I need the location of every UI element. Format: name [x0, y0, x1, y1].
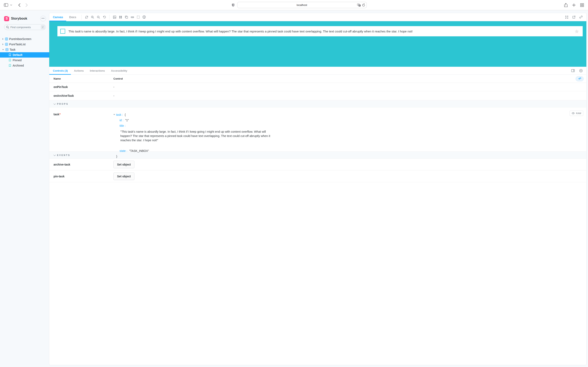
object-key[interactable]: title : [119, 124, 126, 127]
privacy-shield-icon[interactable] [232, 3, 235, 7]
back-button[interactable] [16, 2, 22, 8]
sidebar-item-default[interactable]: Default [0, 52, 49, 58]
title-value-text[interactable]: "This task's name is absurdly large. In … [120, 130, 275, 142]
arg-control-value: - [113, 85, 114, 89]
task-item: This task's name is absurdly large. In f… [57, 26, 294, 36]
arg-row-onarchivetask: onArchiveTask - [49, 91, 294, 100]
sidebar-item-pureinboxscreen[interactable]: PureInboxScreen [0, 36, 49, 42]
arg-name: onArchiveTask [49, 94, 113, 97]
zoom-out-button[interactable] [95, 13, 101, 21]
component-tree: PureInboxScreen PureTaskList Task Defaul… [0, 36, 49, 68]
column-header-control: Control [113, 77, 123, 80]
back-icon [18, 3, 20, 7]
bookmark-icon [9, 53, 11, 56]
close-brace: } [116, 155, 117, 158]
tab-controls[interactable]: Controls (3) [49, 67, 71, 75]
ruler-icon [131, 16, 134, 19]
arg-row-task: task* task : { id : "1" title : "This ta… [49, 107, 294, 152]
tab-docs[interactable]: Docs [66, 13, 79, 21]
section-label: PROPS [57, 103, 68, 105]
sidebar: S Storybook ••• Find components / PureIn… [0, 10, 49, 184]
object-value[interactable]: "1" [125, 119, 129, 122]
search-icon [6, 26, 9, 29]
collapse-caret-icon[interactable] [113, 114, 115, 115]
search-input[interactable]: Find components / [4, 24, 46, 30]
arg-row-onpintask: onPinTask - [49, 83, 294, 91]
tab-interactions[interactable]: Interactions [87, 67, 108, 75]
arg-row-archive-task: archive-task Set object [49, 158, 294, 170]
zoom-in-icon [91, 16, 94, 19]
outline-button[interactable] [135, 13, 141, 21]
tab-actions[interactable]: Actions [71, 67, 87, 75]
background-button[interactable] [111, 13, 118, 21]
section-props[interactable]: PROPS [49, 100, 294, 107]
column-header-name: Name [49, 77, 113, 80]
reset-zoom-button[interactable] [101, 13, 107, 21]
object-key[interactable]: state : [119, 149, 127, 152]
sidebar-item-archived[interactable]: Archived [0, 63, 49, 68]
arg-name: pin-task [49, 175, 113, 178]
set-object-button[interactable]: Set object [113, 173, 135, 180]
tree-item-label: Pinned [13, 58, 22, 62]
brand-title: Storybook [11, 17, 40, 20]
forward-icon [26, 3, 28, 7]
reset-zoom-icon [103, 16, 106, 19]
addon-tabbar: Controls (3) Actions Interactions Access… [49, 67, 294, 75]
task-title: This task's name is absurdly large. In f… [68, 30, 294, 33]
arg-control-value: - [113, 94, 114, 97]
tree-item-label: PureTaskList [9, 43, 26, 46]
story-preview: This task's name is absurdly large. In f… [49, 21, 294, 67]
address-bar[interactable]: localhost A文 [237, 2, 294, 8]
caret-right-icon[interactable] [2, 43, 3, 45]
main-panel: Canvas Docs This task's name is absurdly… [49, 13, 294, 184]
zoom-out-icon [97, 16, 100, 19]
tree-item-label: Archived [13, 64, 24, 67]
measure-button[interactable] [129, 13, 135, 21]
set-object-button[interactable]: Set object [113, 161, 135, 168]
grid-button[interactable] [118, 13, 123, 21]
zoom-in-button[interactable] [89, 13, 95, 21]
search-shortcut-key: / [41, 25, 45, 29]
object-control-tree[interactable]: task : { id : "1" title : "This task's n… [113, 107, 294, 151]
sidebar-toggle-button[interactable] [3, 2, 9, 8]
arg-name: task* [49, 107, 113, 151]
forward-button[interactable] [24, 2, 30, 8]
viewport-icon [125, 16, 128, 19]
bookmark-icon [9, 64, 11, 67]
remount-button[interactable] [84, 13, 89, 21]
toolbar-divider [81, 15, 82, 20]
image-icon [113, 16, 116, 19]
tree-item-label: Default [13, 53, 22, 57]
sidebar-item-pinned[interactable]: Pinned [0, 58, 49, 63]
tree-item-label: PureInboxScreen [9, 37, 31, 41]
caret-right-icon[interactable] [2, 38, 3, 40]
search-placeholder: Find components [10, 26, 41, 29]
arg-name: archive-task [49, 163, 113, 166]
arg-name: onPinTask [49, 85, 113, 89]
grid-icon [119, 16, 122, 19]
sidebar-item-puretasklist[interactable]: PureTaskList [0, 42, 49, 47]
object-key[interactable]: task : [116, 113, 123, 116]
section-label: EVENTS [57, 154, 70, 156]
sidebar-menu-button[interactable]: ••• [40, 16, 46, 21]
accessibility-vision-button[interactable] [141, 13, 147, 21]
arg-row-pin-task: pin-task Set object [49, 170, 294, 182]
tab-canvas[interactable]: Canvas [49, 13, 66, 21]
required-asterisk: * [60, 113, 60, 116]
task-checkbox[interactable] [60, 29, 65, 34]
viewport-button[interactable] [123, 13, 129, 21]
sync-icon [85, 16, 88, 19]
open-brace: { [125, 113, 126, 116]
caret-down-icon[interactable] [2, 49, 4, 50]
object-key[interactable]: id : [119, 119, 123, 122]
component-icon [6, 48, 8, 51]
ellipsis-icon: ••• [42, 17, 44, 19]
outline-icon [137, 16, 140, 19]
controls-header-row: Name Control [49, 75, 294, 83]
component-icon [5, 43, 8, 46]
tab-accessibility[interactable]: Accessibility [108, 67, 130, 75]
browser-toolbar: localhost A文 [0, 0, 294, 10]
chevron-down-icon[interactable] [10, 5, 12, 6]
sidebar-item-task[interactable]: Task [0, 47, 49, 52]
object-value[interactable]: "TASK_INBOX" [129, 149, 149, 152]
